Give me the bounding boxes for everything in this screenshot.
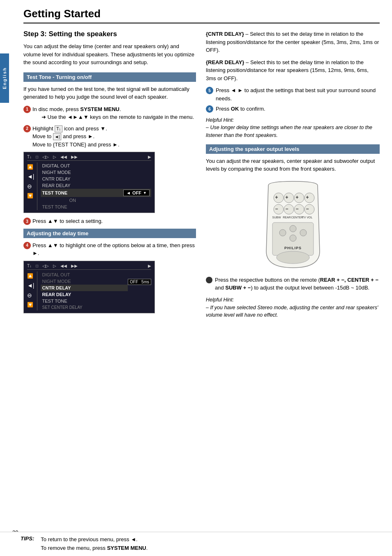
icon-down-triangle: 🔽 — [27, 193, 35, 199]
step-1-num: 1 — [23, 106, 31, 113]
svg-text:PHILIPS: PHILIPS — [284, 246, 301, 250]
topbar-icon-1: T↓ — [27, 155, 32, 159]
icon-speaker-down: ⊖ — [27, 183, 35, 190]
topbar2-icon-5: ◀◀ — [60, 264, 67, 268]
topbar2-icon-6: ▶▶ — [71, 264, 78, 268]
svg-text:SUBW: SUBW — [272, 216, 281, 219]
menu2-delay-bar: OFF 5ms — [128, 279, 151, 285]
test-tone-text: If you have turned on the test tone, the… — [23, 85, 196, 101]
helpful-hint-2-text: – If you have selected Stereo mode, adju… — [206, 304, 380, 320]
svg-text:−: − — [306, 206, 309, 212]
menu-row-night-mode: NIGHT MODE — [41, 169, 152, 176]
svg-text:−: − — [275, 206, 278, 212]
menu2-set-center-delay: SET CENTER DELAY — [41, 304, 128, 310]
tips-line-1: To return to the previous menu, press ◄. — [41, 535, 148, 544]
menu-body-1: 🔼 ◄| ⊖ 🔽 DIGITAL OUT NIGHT MODE CNTR DEL… — [27, 162, 151, 210]
section-delay-time: Adjusting the delay time — [23, 229, 196, 238]
menu-screenshot-1: T↓ □ ◁▷ ▷ ◀◀ ▶▶ ▶ 🔼 ◄| ⊖ 🔽 — [23, 152, 155, 213]
cntr-delay-label: {CNTR DELAY} — [206, 31, 244, 37]
intro-text: You can adjust the delay time (center an… — [23, 42, 196, 67]
svg-text:CENTER: CENTER — [291, 216, 303, 219]
step-1-arrow: ➜ Use the ◄►▲▼ keys on the remote to nav… — [42, 113, 196, 121]
sidebar-tab: English — [0, 53, 9, 103]
helpful-hint-2: Helpful Hint: – If you have selected Ste… — [206, 296, 380, 319]
menu-row-on: ON — [41, 197, 152, 204]
step-5-content: Press ◄ ► to adjust the settings that be… — [216, 86, 380, 102]
helpful-hint-1-text: – Use longer delay time settings when th… — [206, 124, 380, 139]
topbar-arrow: ▶ — [148, 155, 151, 159]
icon2-up-triangle: 🔼 — [27, 273, 35, 279]
step-4-num: 4 — [23, 242, 31, 249]
page-title: Getting Started — [23, 7, 380, 23]
svg-text:+: + — [275, 195, 278, 200]
svg-text:−: − — [285, 206, 288, 212]
step-3-content: Press ▲▼ to select a setting. — [32, 217, 196, 225]
helpful-hint-1-label: Helpful Hint: — [206, 116, 380, 124]
menu-value-box: ◄ OFF ▼ — [123, 190, 150, 196]
step-2-text-pre: Highlight — [32, 125, 53, 132]
step-6-num: 6 — [206, 105, 213, 113]
section-output-levels: Adjusting the speaker output levels — [206, 144, 380, 154]
svg-point-26 — [277, 251, 309, 264]
svg-text:+: + — [306, 195, 309, 200]
helpful-hint-2-label: Helpful Hint: — [206, 296, 380, 304]
step-3-num: 3 — [23, 218, 31, 225]
menu2-test-tone: TEST TONE — [41, 298, 128, 304]
remote-svg: + + + + − − − − SUBW REAR — [256, 177, 330, 272]
step-5-num: 5 — [206, 87, 213, 94]
topbar2-icon-4: ▷ — [53, 264, 56, 268]
step-4: 4 Press ▲▼ to highlight one of the optio… — [23, 241, 196, 257]
ok-bold: OK — [231, 106, 239, 112]
output-levels-text: You can adjust the rear speakers, center… — [206, 157, 380, 173]
menu-items-1: DIGITAL OUT NIGHT MODE CNTR DELAY REAR D… — [41, 162, 152, 210]
topbar-icon-3: ◁▷ — [42, 155, 49, 159]
topbar-icon-5: ◀◀ — [60, 155, 67, 159]
icon-up-triangle: 🔼 — [27, 164, 35, 170]
topbar-icon-2: □ — [36, 155, 38, 159]
output-bullet: Press the respective buttons on the remo… — [206, 276, 380, 292]
icon2-down-triangle: 🔽 — [27, 302, 35, 308]
helpful-hint-1: Helpful Hint: – Use longer delay time se… — [206, 116, 380, 139]
rear-delay-label: {REAR DELAY} — [206, 59, 244, 65]
output-bullet-dot — [206, 277, 212, 283]
topbar2-icon-3: ◁▷ — [42, 264, 49, 268]
tips-content: To return to the previous menu, press ◄.… — [41, 535, 148, 553]
menu2-cntr-delay: CNTR DELAY — [41, 285, 128, 291]
step-3: 3 Press ▲▼ to select a setting. — [23, 217, 196, 225]
tips-system-menu-bold: SYSTEM MENU — [107, 545, 146, 551]
step-4-content: Press ▲▼ to highlight one of the options… — [32, 241, 196, 257]
step-5: 5 Press ◄ ► to adjust the settings that … — [206, 86, 380, 102]
step-6-content: Press OK to confirm. — [216, 105, 380, 113]
menu-body-2: 🔼 ◄| ⊖ 🔽 DIGITAL OUT NIGHT MODE CNTR DEL… — [27, 271, 151, 310]
value-arrow-down: ▼ — [143, 191, 147, 195]
svg-point-22 — [290, 225, 296, 232]
menu-row-test-tone: TEST TONE ◄ OFF ▼ — [41, 189, 152, 197]
svg-text:REAR: REAR — [283, 216, 291, 219]
icon2-speaker-down: ⊖ — [27, 292, 35, 299]
output-bullet-text: Press the respective buttons on the remo… — [215, 276, 380, 292]
menu2-night-mode: NIGHT MODE — [41, 278, 128, 285]
menu-row-test-tone-2: TEST TONE — [41, 204, 152, 210]
icon2-speaker-left: ◄| — [27, 282, 35, 289]
step-6: 6 Press OK to confirm. — [206, 105, 380, 113]
menu-topbar-2: T↓ □ ◁▷ ▷ ◀◀ ▶▶ ▶ — [27, 264, 151, 270]
rear-delay-text: {REAR DELAY} – Select this to set the de… — [206, 58, 380, 83]
svg-point-23 — [300, 229, 307, 236]
step-2-num: 2 — [23, 125, 31, 132]
menu-screenshot-2: T↓ □ ◁▷ ▷ ◀◀ ▶▶ ▶ 🔼 ◄| ⊖ 🔽 — [23, 261, 155, 313]
menu2-digital-out: DIGITAL OUT — [41, 271, 128, 278]
sidebar-label: English — [2, 67, 7, 89]
topbar2-icon-2: □ — [36, 264, 38, 268]
right-column: {CNTR DELAY} – Select this to set the de… — [206, 30, 380, 324]
tips-line-2: To remove the menu, press SYSTEM MENU. — [41, 544, 148, 553]
two-column-layout: Step 3: Setting the speakers You can adj… — [23, 30, 380, 324]
subw-bold: SUBW + − — [225, 285, 251, 291]
menu2-rear-delay: REAR DELAY — [41, 291, 128, 298]
step-2-line2-mid: and press ►. — [63, 133, 95, 139]
menu2-value-area: OFF 5ms — [128, 271, 151, 310]
main-content: Getting Started Step 3: Setting the spea… — [9, 0, 392, 332]
step-heading: Step 3: Setting the speakers — [23, 30, 196, 38]
remote-image-container: + + + + − − − − SUBW REAR — [206, 177, 380, 272]
topbar-icon-6: ▶▶ — [71, 155, 78, 159]
svg-text:+: + — [285, 195, 288, 200]
